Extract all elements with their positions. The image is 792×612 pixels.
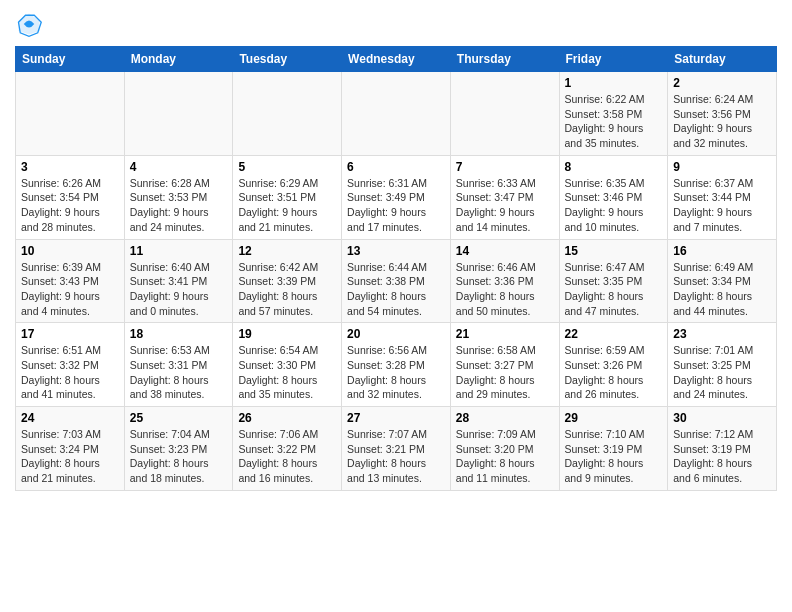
day-cell: 14Sunrise: 6:46 AM Sunset: 3:36 PM Dayli… [450,239,559,323]
day-info: Sunrise: 6:49 AM Sunset: 3:34 PM Dayligh… [673,260,771,319]
day-number: 26 [238,411,336,425]
day-number: 9 [673,160,771,174]
calendar-table: SundayMondayTuesdayWednesdayThursdayFrid… [15,46,777,491]
day-number: 28 [456,411,554,425]
day-info: Sunrise: 7:04 AM Sunset: 3:23 PM Dayligh… [130,427,228,486]
week-row-2: 3Sunrise: 6:26 AM Sunset: 3:54 PM Daylig… [16,155,777,239]
day-info: Sunrise: 6:59 AM Sunset: 3:26 PM Dayligh… [565,343,663,402]
day-info: Sunrise: 6:58 AM Sunset: 3:27 PM Dayligh… [456,343,554,402]
day-cell [450,72,559,156]
day-cell: 3Sunrise: 6:26 AM Sunset: 3:54 PM Daylig… [16,155,125,239]
day-cell: 18Sunrise: 6:53 AM Sunset: 3:31 PM Dayli… [124,323,233,407]
day-cell: 9Sunrise: 6:37 AM Sunset: 3:44 PM Daylig… [668,155,777,239]
day-number: 13 [347,244,445,258]
day-cell: 22Sunrise: 6:59 AM Sunset: 3:26 PM Dayli… [559,323,668,407]
day-cell: 5Sunrise: 6:29 AM Sunset: 3:51 PM Daylig… [233,155,342,239]
day-info: Sunrise: 6:22 AM Sunset: 3:58 PM Dayligh… [565,92,663,151]
day-info: Sunrise: 6:54 AM Sunset: 3:30 PM Dayligh… [238,343,336,402]
day-info: Sunrise: 6:33 AM Sunset: 3:47 PM Dayligh… [456,176,554,235]
day-cell: 4Sunrise: 6:28 AM Sunset: 3:53 PM Daylig… [124,155,233,239]
day-number: 5 [238,160,336,174]
day-cell: 19Sunrise: 6:54 AM Sunset: 3:30 PM Dayli… [233,323,342,407]
day-number: 22 [565,327,663,341]
day-info: Sunrise: 6:39 AM Sunset: 3:43 PM Dayligh… [21,260,119,319]
day-cell: 17Sunrise: 6:51 AM Sunset: 3:32 PM Dayli… [16,323,125,407]
day-number: 20 [347,327,445,341]
weekday-header-wednesday: Wednesday [342,47,451,72]
day-cell: 30Sunrise: 7:12 AM Sunset: 3:19 PM Dayli… [668,407,777,491]
day-info: Sunrise: 6:28 AM Sunset: 3:53 PM Dayligh… [130,176,228,235]
weekday-header-sunday: Sunday [16,47,125,72]
day-cell: 23Sunrise: 7:01 AM Sunset: 3:25 PM Dayli… [668,323,777,407]
page: SundayMondayTuesdayWednesdayThursdayFrid… [0,0,792,501]
day-cell: 29Sunrise: 7:10 AM Sunset: 3:19 PM Dayli… [559,407,668,491]
day-number: 3 [21,160,119,174]
day-info: Sunrise: 7:06 AM Sunset: 3:22 PM Dayligh… [238,427,336,486]
day-number: 16 [673,244,771,258]
day-number: 19 [238,327,336,341]
day-info: Sunrise: 7:12 AM Sunset: 3:19 PM Dayligh… [673,427,771,486]
weekday-header-saturday: Saturday [668,47,777,72]
weekday-header-tuesday: Tuesday [233,47,342,72]
day-cell: 13Sunrise: 6:44 AM Sunset: 3:38 PM Dayli… [342,239,451,323]
day-number: 24 [21,411,119,425]
day-cell: 10Sunrise: 6:39 AM Sunset: 3:43 PM Dayli… [16,239,125,323]
weekday-header-thursday: Thursday [450,47,559,72]
day-info: Sunrise: 6:24 AM Sunset: 3:56 PM Dayligh… [673,92,771,151]
day-number: 14 [456,244,554,258]
day-info: Sunrise: 6:42 AM Sunset: 3:39 PM Dayligh… [238,260,336,319]
day-number: 1 [565,76,663,90]
day-number: 2 [673,76,771,90]
day-info: Sunrise: 7:09 AM Sunset: 3:20 PM Dayligh… [456,427,554,486]
day-info: Sunrise: 6:47 AM Sunset: 3:35 PM Dayligh… [565,260,663,319]
day-cell: 1Sunrise: 6:22 AM Sunset: 3:58 PM Daylig… [559,72,668,156]
day-cell: 28Sunrise: 7:09 AM Sunset: 3:20 PM Dayli… [450,407,559,491]
day-info: Sunrise: 6:44 AM Sunset: 3:38 PM Dayligh… [347,260,445,319]
day-number: 30 [673,411,771,425]
day-number: 6 [347,160,445,174]
day-info: Sunrise: 7:10 AM Sunset: 3:19 PM Dayligh… [565,427,663,486]
day-number: 12 [238,244,336,258]
day-number: 8 [565,160,663,174]
weekday-header-friday: Friday [559,47,668,72]
day-number: 11 [130,244,228,258]
day-number: 18 [130,327,228,341]
day-info: Sunrise: 6:37 AM Sunset: 3:44 PM Dayligh… [673,176,771,235]
day-info: Sunrise: 6:46 AM Sunset: 3:36 PM Dayligh… [456,260,554,319]
day-info: Sunrise: 6:51 AM Sunset: 3:32 PM Dayligh… [21,343,119,402]
day-info: Sunrise: 6:26 AM Sunset: 3:54 PM Dayligh… [21,176,119,235]
day-cell: 20Sunrise: 6:56 AM Sunset: 3:28 PM Dayli… [342,323,451,407]
day-number: 4 [130,160,228,174]
day-info: Sunrise: 7:01 AM Sunset: 3:25 PM Dayligh… [673,343,771,402]
header [15,10,777,38]
day-cell: 11Sunrise: 6:40 AM Sunset: 3:41 PM Dayli… [124,239,233,323]
day-cell: 2Sunrise: 6:24 AM Sunset: 3:56 PM Daylig… [668,72,777,156]
day-cell: 6Sunrise: 6:31 AM Sunset: 3:49 PM Daylig… [342,155,451,239]
day-info: Sunrise: 6:35 AM Sunset: 3:46 PM Dayligh… [565,176,663,235]
day-cell: 15Sunrise: 6:47 AM Sunset: 3:35 PM Dayli… [559,239,668,323]
day-cell: 12Sunrise: 6:42 AM Sunset: 3:39 PM Dayli… [233,239,342,323]
day-cell: 21Sunrise: 6:58 AM Sunset: 3:27 PM Dayli… [450,323,559,407]
day-number: 7 [456,160,554,174]
day-number: 21 [456,327,554,341]
day-number: 17 [21,327,119,341]
logo-icon [15,10,43,38]
day-cell [233,72,342,156]
day-number: 25 [130,411,228,425]
day-cell: 16Sunrise: 6:49 AM Sunset: 3:34 PM Dayli… [668,239,777,323]
day-number: 23 [673,327,771,341]
day-number: 29 [565,411,663,425]
day-cell [16,72,125,156]
day-info: Sunrise: 6:40 AM Sunset: 3:41 PM Dayligh… [130,260,228,319]
day-cell: 26Sunrise: 7:06 AM Sunset: 3:22 PM Dayli… [233,407,342,491]
day-info: Sunrise: 6:29 AM Sunset: 3:51 PM Dayligh… [238,176,336,235]
day-info: Sunrise: 7:07 AM Sunset: 3:21 PM Dayligh… [347,427,445,486]
day-info: Sunrise: 6:53 AM Sunset: 3:31 PM Dayligh… [130,343,228,402]
day-cell: 27Sunrise: 7:07 AM Sunset: 3:21 PM Dayli… [342,407,451,491]
weekday-header-row: SundayMondayTuesdayWednesdayThursdayFrid… [16,47,777,72]
day-cell: 7Sunrise: 6:33 AM Sunset: 3:47 PM Daylig… [450,155,559,239]
weekday-header-monday: Monday [124,47,233,72]
day-cell [124,72,233,156]
week-row-4: 17Sunrise: 6:51 AM Sunset: 3:32 PM Dayli… [16,323,777,407]
day-cell [342,72,451,156]
